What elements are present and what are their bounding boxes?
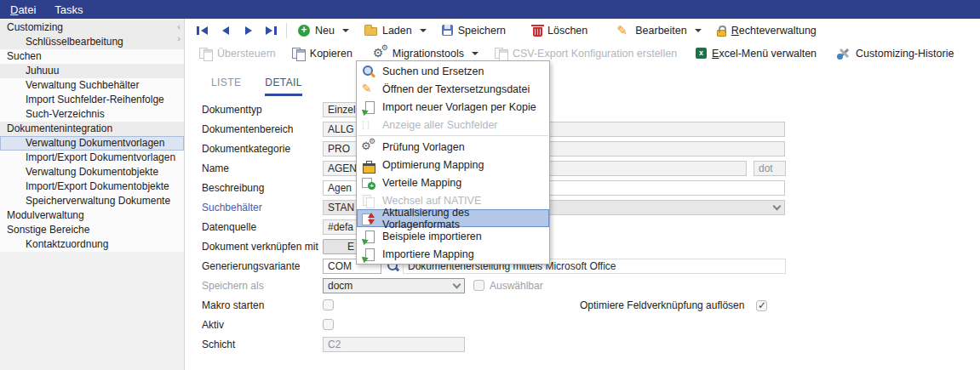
tab-liste[interactable]: LISTE — [211, 77, 241, 96]
auswaehlbar-checkbox[interactable] — [473, 280, 484, 291]
tools-history-icon — [837, 47, 851, 60]
bearbeiten-button[interactable]: Bearbeiten — [609, 22, 708, 39]
plus-icon — [298, 25, 310, 37]
laden-button[interactable]: Laden — [357, 23, 434, 38]
sidebar-item-import-export-dokumentvorlagen[interactable]: Import/Export Dokumentvorlagen — [0, 151, 184, 165]
neu-button[interactable]: Neu — [290, 23, 357, 38]
toolbox-icon — [361, 158, 375, 172]
menu-item-aktualisierung-vorlagenformat[interactable]: Aktualisierung des Vorlagenformats — [357, 209, 549, 227]
menu-separator — [358, 135, 548, 136]
chevron-down-icon[interactable] — [695, 29, 702, 32]
menu-tasks[interactable]: Tasks — [54, 3, 83, 16]
import-icon — [361, 248, 375, 261]
toolbar-row-2: Übersteuern Kopieren Migrationstools CSV… — [186, 42, 980, 65]
speichern-button[interactable]: Speichern — [434, 23, 513, 38]
menu-item-pruefung-vorlagen[interactable]: Prüfung Vorlagen — [357, 138, 549, 156]
customizing-historie-button[interactable]: Customizing-Historie — [829, 45, 961, 61]
sidebar-item-speicherverwaltung[interactable]: Speicherverwaltung Dokumente — [0, 194, 184, 208]
kopieren-button[interactable]: Kopieren — [284, 45, 360, 61]
override-pages-icon — [198, 47, 212, 60]
sidebar-item-dokumentenintegration[interactable]: Dokumentenintegration — [0, 122, 184, 136]
sidebar-item-customizing[interactable]: Customizing — [0, 20, 184, 35]
lock-icon — [717, 30, 726, 37]
sidebar-item-juhuuu[interactable]: Juhuuu — [0, 64, 184, 78]
form-row: Dokument verknüpfen mit E — [202, 236, 972, 256]
form-row: Beschreibung Agen — [202, 178, 972, 197]
sidebar: Customizing Schlüsselbearbeitung Suchen … — [0, 19, 185, 370]
migrationstools-button[interactable]: Migrationstools — [365, 45, 486, 62]
beschreibung-label: Beschreibung — [202, 182, 323, 194]
sidebar-item-import-suchfelder[interactable]: Import Suchfelder-Reihenfolge — [0, 93, 184, 107]
sidebar-item-verwaltung-dokumentobjekte[interactable]: Verwaltung Dokumentobjekte — [0, 165, 184, 179]
import-icon — [361, 230, 375, 243]
chevron-down-icon[interactable] — [342, 29, 349, 32]
sidebar-item-import-export-dokumentobjekte[interactable]: Import/Export Dokumentobjekte — [0, 179, 184, 194]
menu-datei[interactable]: Datei — [10, 3, 36, 16]
aktiv-checkbox[interactable] — [323, 319, 334, 330]
chevron-down-icon — [773, 202, 782, 210]
refresh-document-icon — [361, 212, 375, 225]
nav-next-button[interactable] — [237, 21, 260, 40]
excel-icon — [696, 48, 707, 59]
optimiere-feldverknuepfung-option: Optimiere Feldverknüpfung auflösen ✓ — [580, 299, 767, 311]
dokumentkategorie-label: Dokumentkategorie — [202, 143, 323, 155]
migrationstools-menu: Suchen und Ersetzen Öffnen der Texterset… — [356, 60, 550, 265]
copy-icon — [291, 47, 305, 60]
sidebar-item-schluesselbearbeitung[interactable]: Schlüsselbearbeitung — [0, 35, 184, 49]
toolbar-row-1: Neu Laden Speichern Löschen Bearbeiten R… — [186, 19, 980, 42]
excel-menu-button[interactable]: Excel-Menü verwalten — [688, 46, 824, 61]
makro-starten-checkbox[interactable] — [323, 299, 334, 310]
toolbar-separator — [286, 23, 287, 38]
gears-icon — [361, 140, 375, 154]
dokument-verknuepfen-label: Dokument verknüpfen mit — [202, 241, 323, 253]
toolbar: Neu Laden Speichern Löschen Bearbeiten R… — [186, 19, 980, 66]
schicht-field: C2 — [323, 337, 465, 352]
menu-item-verteile-mapping[interactable]: Verteile Mapping — [357, 174, 549, 191]
optimiere-feldverknuepfung-checkbox[interactable]: ✓ — [756, 300, 767, 311]
csv-config-icon — [494, 47, 507, 60]
folder-icon — [364, 27, 377, 36]
save-icon — [442, 25, 453, 36]
sidebar-item-sonstige-bereiche[interactable]: Sonstige Bereiche — [0, 223, 184, 237]
auswaehlbar-label: Auswählbar — [490, 280, 543, 292]
form-row: Name AGEN dot — [202, 158, 972, 178]
form-row: Dokumentkategorie PRO — [202, 139, 972, 158]
sidebar-collapse-icon[interactable]: ‹ — [177, 20, 181, 32]
sidebar-expand-icon[interactable]: › — [177, 32, 181, 44]
detail-form: Dokumenttyp Einzel Dokumentenbereich ALL… — [202, 100, 972, 354]
menu-item-anzeige-suchfelder: Anzeige aller Suchfelder — [357, 116, 549, 134]
menu-item-importiere-mapping[interactable]: Importiere Mapping — [357, 245, 549, 263]
sidebar-item-verwaltung-suchbehaelter[interactable]: Verwaltung Suchbehälter — [0, 78, 184, 93]
loeschen-button[interactable]: Löschen — [525, 23, 595, 38]
nav-previous-button[interactable] — [214, 21, 237, 40]
nav-first-button[interactable] — [191, 21, 214, 40]
chevron-down-icon[interactable] — [420, 29, 427, 32]
makro-starten-label: Makro starten — [202, 299, 323, 311]
menu-item-import-vorlagen-kopie[interactable]: Import neuer Vorlagen per Kopie — [357, 98, 549, 116]
sidebar-item-kontaktzuordnung[interactable]: Kontaktzuordnung — [0, 237, 184, 252]
menu-item-textersetzungsdatei[interactable]: Öffnen der Textersetzungsdatei — [357, 80, 549, 98]
sidebar-item-verwaltung-dokumentvorlagen[interactable]: Verwaltung Dokumentvorlagen — [0, 136, 184, 151]
menu-item-optimierung-mapping[interactable]: Optimierung Mapping — [357, 156, 549, 174]
trash-icon — [533, 27, 542, 37]
csv-export-button: CSV-Export Konfiguration erstellen — [486, 45, 685, 61]
sidebar-item-such-verzeichnis[interactable]: Such-Verzeichnis — [0, 107, 184, 122]
speichern-als-dropdown[interactable]: docm — [323, 278, 465, 293]
form-row: Suchbehälter STAN — [202, 197, 972, 217]
suchbehaelter-label[interactable]: Suchbehälter — [202, 202, 323, 213]
chevron-down-icon[interactable] — [472, 52, 479, 55]
dokumenttyp-label: Dokumenttyp — [202, 104, 323, 116]
form-row: Speichern als docm Auswählbar — [202, 276, 972, 295]
generierungsvariante-label: Generierungsvariante — [202, 260, 323, 272]
tab-detail[interactable]: DETAIL — [265, 77, 302, 96]
brackets-icon — [361, 118, 375, 132]
sidebar-item-suchen[interactable]: Suchen — [0, 49, 184, 64]
nav-last-button[interactable] — [260, 21, 283, 40]
customizing-tools-button[interactable]: - — [970, 45, 980, 61]
sidebar-item-modulverwaltung[interactable]: Modulverwaltung — [0, 208, 184, 223]
pencil-icon — [616, 24, 630, 37]
menu-item-suchen-ersetzen[interactable]: Suchen und Ersetzen — [357, 62, 549, 80]
menubar: Datei Tasks — [0, 0, 980, 19]
form-row: Dokumenttyp Einzel — [202, 100, 972, 119]
rechteverwaltung-button[interactable]: Rechteverwaltung — [709, 23, 824, 38]
